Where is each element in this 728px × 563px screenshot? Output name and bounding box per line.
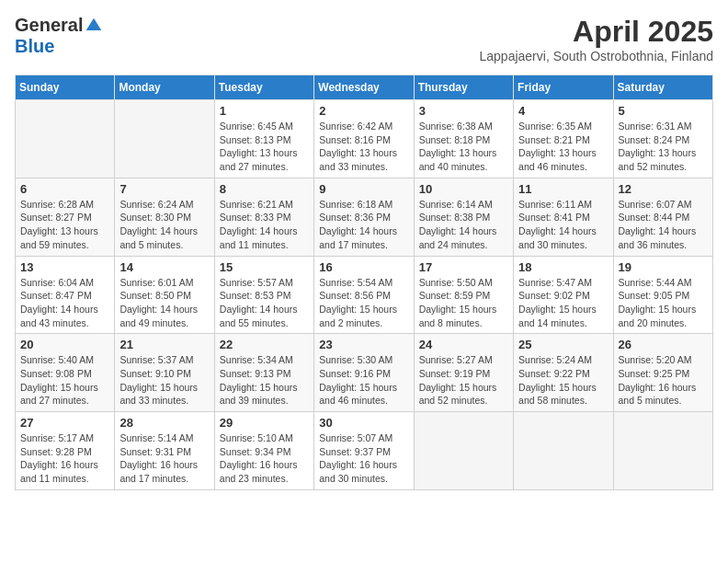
calendar-cell — [16, 100, 115, 178]
day-number: 25 — [518, 338, 608, 351]
title-block: April 2025 Lappajaervi, South Ostrobothn… — [480, 15, 714, 63]
day-number: 27 — [20, 416, 109, 430]
calendar-cell: 23Sunrise: 5:30 AM Sunset: 9:16 PM Dayli… — [314, 334, 414, 412]
day-info: Sunrise: 5:50 AM Sunset: 8:59 PM Dayligh… — [419, 276, 508, 330]
day-info: Sunrise: 6:35 AM Sunset: 8:21 PM Dayligh… — [518, 120, 608, 174]
calendar-cell — [613, 412, 712, 490]
calendar-cell: 25Sunrise: 5:24 AM Sunset: 9:22 PM Dayli… — [514, 334, 613, 412]
calendar-cell: 4Sunrise: 6:35 AM Sunset: 8:21 PM Daylig… — [514, 100, 613, 178]
logo-icon — [85, 17, 103, 35]
svg-marker-0 — [86, 17, 102, 29]
day-info: Sunrise: 6:01 AM Sunset: 8:50 PM Dayligh… — [119, 276, 209, 330]
weekday-header: Sunday — [16, 75, 115, 100]
day-info: Sunrise: 6:07 AM Sunset: 8:44 PM Dayligh… — [619, 198, 708, 252]
calendar-week-row: 13Sunrise: 6:04 AM Sunset: 8:47 PM Dayli… — [16, 256, 713, 334]
calendar-cell: 10Sunrise: 6:14 AM Sunset: 8:38 PM Dayli… — [414, 178, 513, 256]
day-info: Sunrise: 5:47 AM Sunset: 9:02 PM Dayligh… — [518, 276, 608, 330]
day-info: Sunrise: 6:18 AM Sunset: 8:36 PM Dayligh… — [319, 198, 408, 252]
day-number: 22 — [220, 338, 309, 351]
day-number: 23 — [319, 338, 408, 351]
calendar-cell: 22Sunrise: 5:34 AM Sunset: 9:13 PM Dayli… — [214, 334, 313, 412]
calendar-cell: 26Sunrise: 5:20 AM Sunset: 9:25 PM Dayli… — [613, 334, 712, 412]
day-info: Sunrise: 6:42 AM Sunset: 8:16 PM Dayligh… — [319, 120, 408, 174]
day-info: Sunrise: 5:30 AM Sunset: 9:16 PM Dayligh… — [319, 353, 408, 408]
day-number: 9 — [319, 182, 408, 196]
day-number: 14 — [119, 260, 209, 274]
day-info: Sunrise: 5:24 AM Sunset: 9:22 PM Dayligh… — [518, 353, 608, 408]
day-number: 20 — [20, 338, 109, 351]
calendar-header-row: SundayMondayTuesdayWednesdayThursdayFrid… — [16, 75, 713, 100]
calendar-cell — [115, 100, 214, 178]
calendar-cell: 6Sunrise: 6:28 AM Sunset: 8:27 PM Daylig… — [16, 178, 115, 256]
day-number: 29 — [220, 416, 309, 430]
location-title: Lappajaervi, South Ostrobothnia, Finland — [480, 49, 714, 63]
day-info: Sunrise: 5:07 AM Sunset: 9:37 PM Dayligh… — [319, 431, 408, 486]
calendar-cell: 17Sunrise: 5:50 AM Sunset: 8:59 PM Dayli… — [414, 256, 513, 334]
day-number: 10 — [419, 182, 508, 196]
day-number: 1 — [220, 104, 309, 118]
calendar-cell: 13Sunrise: 6:04 AM Sunset: 8:47 PM Dayli… — [16, 256, 115, 334]
logo-blue-text: Blue — [15, 36, 54, 56]
day-info: Sunrise: 5:34 AM Sunset: 9:13 PM Dayligh… — [220, 353, 309, 408]
weekday-header: Thursday — [414, 75, 513, 100]
day-number: 11 — [518, 182, 608, 196]
logo: General Blue — [15, 15, 103, 57]
calendar-cell: 19Sunrise: 5:44 AM Sunset: 9:05 PM Dayli… — [613, 256, 712, 334]
weekday-header: Saturday — [613, 75, 712, 100]
day-info: Sunrise: 6:14 AM Sunset: 8:38 PM Dayligh… — [419, 198, 508, 252]
day-number: 26 — [619, 338, 708, 351]
day-number: 13 — [20, 260, 109, 274]
day-number: 7 — [119, 182, 209, 196]
day-info: Sunrise: 5:44 AM Sunset: 9:05 PM Dayligh… — [619, 276, 708, 330]
day-number: 12 — [619, 182, 708, 196]
day-number: 24 — [419, 338, 508, 351]
day-info: Sunrise: 5:17 AM Sunset: 9:28 PM Dayligh… — [20, 431, 109, 486]
day-info: Sunrise: 6:04 AM Sunset: 8:47 PM Dayligh… — [20, 276, 109, 330]
calendar-week-row: 6Sunrise: 6:28 AM Sunset: 8:27 PM Daylig… — [16, 178, 713, 256]
calendar-week-row: 27Sunrise: 5:17 AM Sunset: 9:28 PM Dayli… — [16, 412, 713, 490]
weekday-header: Friday — [514, 75, 613, 100]
calendar-cell: 28Sunrise: 5:14 AM Sunset: 9:31 PM Dayli… — [115, 412, 214, 490]
day-number: 15 — [220, 260, 309, 274]
calendar-cell: 27Sunrise: 5:17 AM Sunset: 9:28 PM Dayli… — [16, 412, 115, 490]
month-title: April 2025 — [480, 15, 714, 49]
logo-general-text: General — [15, 15, 83, 36]
day-number: 8 — [220, 182, 309, 196]
day-info: Sunrise: 5:54 AM Sunset: 8:56 PM Dayligh… — [319, 276, 408, 330]
calendar-week-row: 20Sunrise: 5:40 AM Sunset: 9:08 PM Dayli… — [16, 334, 713, 412]
weekday-header: Monday — [115, 75, 214, 100]
calendar-cell: 7Sunrise: 6:24 AM Sunset: 8:30 PM Daylig… — [115, 178, 214, 256]
day-info: Sunrise: 6:38 AM Sunset: 8:18 PM Dayligh… — [419, 120, 508, 174]
calendar-cell: 18Sunrise: 5:47 AM Sunset: 9:02 PM Dayli… — [514, 256, 613, 334]
calendar-cell: 15Sunrise: 5:57 AM Sunset: 8:53 PM Dayli… — [214, 256, 313, 334]
calendar-cell: 21Sunrise: 5:37 AM Sunset: 9:10 PM Dayli… — [115, 334, 214, 412]
calendar-cell: 14Sunrise: 6:01 AM Sunset: 8:50 PM Dayli… — [115, 256, 214, 334]
day-number: 21 — [119, 338, 209, 351]
day-info: Sunrise: 5:57 AM Sunset: 8:53 PM Dayligh… — [220, 276, 309, 330]
day-info: Sunrise: 6:24 AM Sunset: 8:30 PM Dayligh… — [119, 198, 209, 252]
day-info: Sunrise: 6:28 AM Sunset: 8:27 PM Dayligh… — [20, 198, 109, 252]
calendar-cell — [514, 412, 613, 490]
calendar-cell: 8Sunrise: 6:21 AM Sunset: 8:33 PM Daylig… — [214, 178, 313, 256]
calendar-cell — [414, 412, 513, 490]
calendar-cell: 3Sunrise: 6:38 AM Sunset: 8:18 PM Daylig… — [414, 100, 513, 178]
day-number: 16 — [319, 260, 408, 274]
day-info: Sunrise: 5:40 AM Sunset: 9:08 PM Dayligh… — [20, 353, 109, 408]
day-info: Sunrise: 6:45 AM Sunset: 8:13 PM Dayligh… — [220, 120, 309, 174]
calendar-cell: 24Sunrise: 5:27 AM Sunset: 9:19 PM Dayli… — [414, 334, 513, 412]
calendar-cell: 29Sunrise: 5:10 AM Sunset: 9:34 PM Dayli… — [214, 412, 313, 490]
calendar-cell: 11Sunrise: 6:11 AM Sunset: 8:41 PM Dayli… — [514, 178, 613, 256]
day-number: 28 — [119, 416, 209, 430]
calendar-cell: 5Sunrise: 6:31 AM Sunset: 8:24 PM Daylig… — [613, 100, 712, 178]
page-header: General Blue April 2025 Lappajaervi, Sou… — [15, 15, 713, 63]
day-info: Sunrise: 5:37 AM Sunset: 9:10 PM Dayligh… — [119, 353, 209, 408]
calendar-cell: 20Sunrise: 5:40 AM Sunset: 9:08 PM Dayli… — [16, 334, 115, 412]
calendar-cell: 12Sunrise: 6:07 AM Sunset: 8:44 PM Dayli… — [613, 178, 712, 256]
day-info: Sunrise: 5:20 AM Sunset: 9:25 PM Dayligh… — [619, 353, 708, 408]
day-number: 2 — [319, 104, 408, 118]
day-info: Sunrise: 5:14 AM Sunset: 9:31 PM Dayligh… — [119, 431, 209, 486]
calendar-cell: 1Sunrise: 6:45 AM Sunset: 8:13 PM Daylig… — [214, 100, 313, 178]
day-info: Sunrise: 5:10 AM Sunset: 9:34 PM Dayligh… — [220, 431, 309, 486]
calendar-table: SundayMondayTuesdayWednesdayThursdayFrid… — [15, 75, 713, 490]
day-number: 3 — [419, 104, 508, 118]
